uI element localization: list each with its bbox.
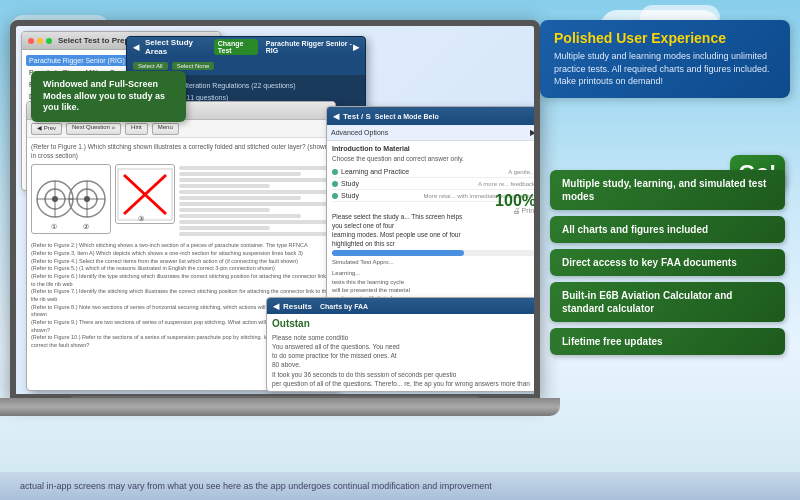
window-dots xyxy=(28,38,52,44)
select-mode-label: Select a Mode Belo xyxy=(375,113,439,120)
line-7 xyxy=(179,202,331,206)
select-study-title: Select Study Areas xyxy=(145,38,208,56)
calculator-feature-btn[interactable]: Built-in E6B Aviation Calculator and sta… xyxy=(550,282,785,322)
windowed-tooltip: Windowed and Full-Screen Modes allow you… xyxy=(31,71,186,122)
study-desc: A more re... feedback xyxy=(478,181,534,187)
polished-feature-card: Polished User Experience Multiple study … xyxy=(540,20,790,98)
dot-green xyxy=(46,38,52,44)
figure-1-svg: ① ② xyxy=(33,166,109,232)
advanced-label: Advanced Options xyxy=(331,129,388,136)
modes-label: Multiple study, learning, and simulated … xyxy=(562,178,766,202)
line-6 xyxy=(179,196,301,200)
change-test-btn[interactable]: Change Test xyxy=(214,39,258,55)
intro-label: Introduction to Material xyxy=(332,145,534,152)
x-figures: ③ xyxy=(115,164,175,238)
line-11 xyxy=(179,226,270,230)
calculator-label: Built-in E6B Aviation Calculator and sta… xyxy=(562,290,732,314)
line-1 xyxy=(179,166,331,170)
print-label: 🖨 Print xyxy=(513,207,534,214)
polished-title: Polished User Experience xyxy=(554,30,776,46)
bottom-bar-text: actual in-app screens may vary from what… xyxy=(20,481,492,491)
menu-btn[interactable]: Menu xyxy=(152,123,179,135)
progress-bar-1 xyxy=(332,250,534,256)
polished-card: Polished User Experience Multiple study … xyxy=(540,20,790,106)
line-4 xyxy=(179,184,270,188)
select-none-btn[interactable]: Select None xyxy=(172,62,215,70)
laptop-base xyxy=(0,398,560,416)
faa-feature-btn[interactable]: Direct access to key FAA documents xyxy=(550,249,785,276)
updates-label: Lifetime free updates xyxy=(562,336,663,347)
line-12 xyxy=(179,232,331,236)
mode-label-learning: Learning and Practice xyxy=(341,168,409,175)
results-detail: It took you 36 seconds to do this sessio… xyxy=(272,371,534,388)
features-column: Multiple study, learning, and simulated … xyxy=(550,170,785,355)
updates-feature-btn[interactable]: Lifetime free updates xyxy=(550,328,785,355)
svg-point-9 xyxy=(84,196,90,202)
simulated-test-label: Simulated Test Appro... xyxy=(332,258,534,266)
advanced-options-bar: Advanced Options ▶ xyxy=(327,125,534,141)
modes-feature-btn[interactable]: Multiple study, learning, and simulated … xyxy=(550,170,785,210)
results-text: Please note some conditio You answered a… xyxy=(272,333,534,369)
mode-label-study2: Study xyxy=(341,192,359,199)
laptop-wrapper: Select Test to Prepare for Parachute Rig… xyxy=(10,20,550,440)
mode-row-study[interactable]: Study A more re... feedback xyxy=(332,178,534,190)
svg-text:①: ① xyxy=(51,223,57,230)
svg-point-8 xyxy=(52,196,58,202)
results-body: Outstan Please note some conditio You an… xyxy=(267,314,534,391)
polished-text: Multiple study and learning modes includ… xyxy=(554,50,776,88)
mode-label-study: Study xyxy=(341,180,359,187)
next-question-btn[interactable]: Next Question » xyxy=(66,123,121,135)
mode-row-learning[interactable]: Learning and Practice A gentle... xyxy=(332,166,534,178)
mode-dot-study2 xyxy=(332,193,338,199)
mode-dot-learning xyxy=(332,169,338,175)
study-modes-titlebar: ◀ Test / S Select a Mode Belo xyxy=(327,107,534,125)
answer-text-lines xyxy=(179,164,331,238)
learning-mode-label: Learning... xyxy=(332,269,534,277)
mode-dot-study xyxy=(332,181,338,187)
results-title: Results xyxy=(283,302,312,311)
svg-text:③: ③ xyxy=(138,215,144,222)
x-mark-figure: ③ xyxy=(115,164,175,224)
dot-yellow xyxy=(37,38,43,44)
progress-fill-1 xyxy=(332,250,464,256)
line-3 xyxy=(179,178,331,182)
main-container: Select Test to Prepare for Parachute Rig… xyxy=(0,0,800,500)
svg-text:②: ② xyxy=(83,223,89,230)
x-mark-svg: ③ xyxy=(116,167,174,222)
figures-row: ① ② ③ xyxy=(31,164,331,238)
outstanding-label: Outstan xyxy=(272,318,310,329)
charts-by-FAA: Charts by FAA xyxy=(320,303,368,310)
line-5 xyxy=(179,190,331,194)
test-toolbar: ◀ Prev Next Question » Hint Menu xyxy=(27,120,335,138)
results-window: ◀ Results Charts by FAA Outstan Please n… xyxy=(266,297,534,392)
question-text: (Refer to Figure 1.) Which stitching sho… xyxy=(31,142,331,160)
select-study-titlebar: ◀ Select Study Areas Change Test Parachu… xyxy=(127,37,365,57)
charts-label: All charts and figures included xyxy=(562,224,708,235)
faa-label: Direct access to key FAA documents xyxy=(562,257,737,268)
laptop-screen: Select Test to Prepare for Parachute Rig… xyxy=(10,20,540,400)
line-10 xyxy=(179,220,331,224)
select-study-subtitle: Parachute Rigger Senior - RIG xyxy=(266,40,353,54)
screen-content: Select Test to Prepare for Parachute Rig… xyxy=(16,26,534,394)
dot-red xyxy=(28,38,34,44)
test-study-label: Test / S xyxy=(343,112,371,121)
line-9 xyxy=(179,214,301,218)
results-titlebar: ◀ Results Charts by FAA xyxy=(267,298,534,314)
prev-btn[interactable]: ◀ Prev xyxy=(31,123,62,135)
line-8 xyxy=(179,208,270,212)
arrow-right: ▶ xyxy=(530,128,534,137)
bottom-bar: actual in-app screens may vary from what… xyxy=(0,472,800,500)
select-all-btn[interactable]: Select All xyxy=(133,62,168,70)
windowed-tooltip-text: Windowed and Full-Screen Modes allow you… xyxy=(43,79,165,112)
charts-feature-btn[interactable]: All charts and figures included xyxy=(550,216,785,243)
learning-desc: A gentle... xyxy=(508,169,534,175)
hint-btn[interactable]: Hint xyxy=(125,123,148,135)
figure-1: ① ② xyxy=(31,164,111,234)
select-question-text: Please select the study a... This screen… xyxy=(332,212,534,248)
intro-desc: Choose the question and correct answer o… xyxy=(332,155,534,162)
line-2 xyxy=(179,172,301,176)
